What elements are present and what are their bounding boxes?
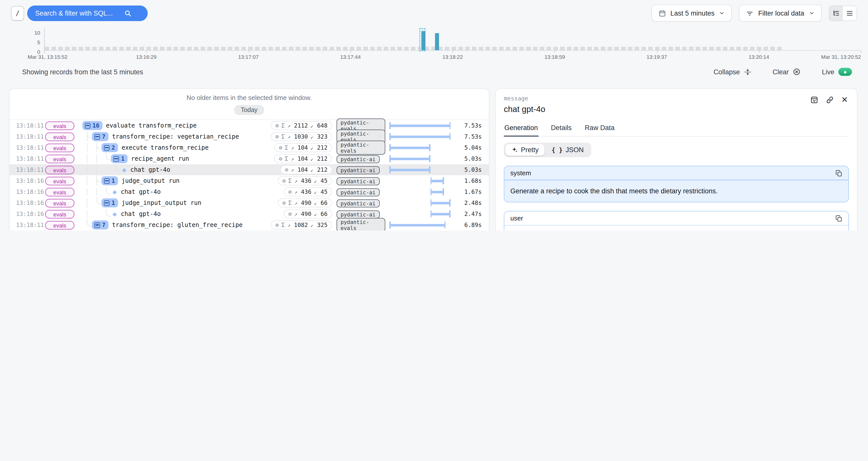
input-tokens-arrow-icon: ↗ bbox=[287, 133, 290, 140]
trace-row[interactable]: 13:18:11evals7transform_recipe: gluten_f… bbox=[9, 219, 489, 230]
token-coin-icon: ⊘ bbox=[279, 144, 282, 151]
slash-shortcut-key[interactable]: / bbox=[11, 6, 24, 20]
sdk-badge: pydantic-ai bbox=[337, 188, 379, 196]
histogram-bar[interactable] bbox=[422, 31, 426, 51]
evals-badge[interactable]: evals bbox=[45, 177, 74, 186]
live-toggle[interactable]: Live ◆ bbox=[819, 67, 855, 76]
tab-generation[interactable]: Generation bbox=[504, 124, 538, 136]
trace-row[interactable]: 13:18:16evals◆chat gpt-4o⊘↗ 436↙ 45pydan… bbox=[9, 186, 489, 197]
trace-row[interactable]: 13:18:11evals16evaluate transform_recipe… bbox=[9, 120, 489, 131]
braces-icon: { } bbox=[552, 146, 563, 153]
x-axis-tick-label: 13:17:07 bbox=[238, 54, 259, 60]
x-axis-tick-label: 13:16:29 bbox=[136, 54, 157, 60]
span-duration-bar bbox=[389, 144, 451, 151]
evals-badge[interactable]: evals bbox=[45, 199, 74, 208]
x-axis-tick-label: Mar 31, 13:20:52 bbox=[821, 54, 861, 60]
trace-row[interactable]: 13:18:16evals1judge_output run⊘Σ↗ 436↙ 4… bbox=[9, 175, 489, 186]
token-usage-chip: ⊘Σ↗ 104↙ 212 bbox=[274, 143, 332, 152]
copy-icon[interactable] bbox=[835, 170, 842, 177]
clear-button[interactable]: Clear bbox=[770, 67, 804, 76]
evals-badge[interactable]: evals bbox=[45, 155, 74, 163]
evals-badge[interactable]: evals bbox=[45, 166, 74, 175]
row-timestamp: 13:18:16 bbox=[16, 199, 45, 206]
x-axis-tick bbox=[351, 50, 351, 53]
token-coin-icon: ⊘ bbox=[275, 122, 279, 129]
trace-row[interactable]: 13:18:16evals1judge_input_output run⊘Σ↗ … bbox=[9, 197, 489, 208]
close-panel-icon[interactable]: ✕ bbox=[841, 96, 848, 104]
output-tokens-arrow-icon: ↙ bbox=[314, 189, 317, 195]
top-bar: / Search & filter with SQL... Last 5 min… bbox=[0, 0, 868, 26]
duration-label: 5.04s bbox=[451, 144, 489, 151]
tree-guide bbox=[101, 210, 111, 217]
sigma-sum-icon: Σ bbox=[285, 155, 288, 162]
output-tokens-arrow-icon: ↙ bbox=[310, 123, 314, 128]
evals-badge[interactable]: evals bbox=[45, 122, 74, 130]
tree-view-button[interactable] bbox=[829, 6, 843, 20]
child-count: 2 bbox=[112, 144, 115, 151]
tree-cell: ◆chat gpt-4o bbox=[82, 210, 252, 217]
dock-panel-icon[interactable] bbox=[810, 96, 818, 104]
x-axis-tick bbox=[44, 50, 45, 53]
duration-label: 2.47s bbox=[451, 210, 489, 217]
tree-guide bbox=[82, 176, 92, 185]
collapse-toggle-chip[interactable]: 1 bbox=[101, 198, 118, 207]
tab-details[interactable]: Details bbox=[551, 124, 572, 136]
evals-badge[interactable]: evals bbox=[45, 188, 74, 196]
sigma-sum-icon: Σ bbox=[285, 144, 288, 151]
duration-label: 5.03s bbox=[451, 166, 489, 173]
copy-link-icon[interactable] bbox=[826, 96, 834, 104]
live-toggle-pill: ◆ bbox=[838, 68, 852, 76]
copy-icon[interactable] bbox=[835, 215, 842, 222]
x-axis-tick bbox=[657, 50, 657, 53]
trace-row[interactable]: 13:18:11evals7transform_recipe: vegetari… bbox=[9, 131, 489, 142]
trace-row[interactable]: 13:18:11evals1recipe_agent run⊘Σ↗ 104↙ 2… bbox=[9, 153, 489, 164]
collapse-toggle-chip[interactable]: 7 bbox=[92, 132, 108, 141]
tree-cell: 16evaluate transform_recipe bbox=[82, 121, 252, 130]
format-toggle: Pretty { } JSON bbox=[504, 143, 591, 157]
time-range-dropdown[interactable]: Last 5 minutes bbox=[651, 4, 732, 22]
list-view-button[interactable] bbox=[843, 6, 857, 20]
tree-guide bbox=[82, 210, 92, 217]
detail-panel: message chat gpt-4o ✕ GenerationDetailsR… bbox=[495, 88, 858, 230]
span-duration-bar bbox=[389, 122, 451, 129]
collapse-square-icon bbox=[104, 145, 110, 150]
sdk-badge: pydantic-ai bbox=[337, 166, 379, 174]
tree-guide bbox=[92, 198, 101, 207]
time-range-label: Last 5 minutes bbox=[670, 9, 715, 17]
collapse-toggle-chip[interactable]: 2 bbox=[101, 143, 118, 152]
row-timestamp: 13:18:11 bbox=[16, 133, 45, 140]
output-tokens-arrow-icon: ↙ bbox=[310, 156, 314, 162]
sigma-sum-icon: Σ bbox=[288, 199, 292, 206]
token-coin-icon: ⊘ bbox=[288, 210, 292, 217]
collapse-icon bbox=[744, 68, 751, 75]
activity-histogram[interactable]: 0510 Mar 31, 13:15:5213:16:2913:17:0713:… bbox=[0, 26, 868, 65]
span-duration-bar bbox=[389, 177, 451, 184]
collapse-toggle-chip[interactable]: 16 bbox=[82, 121, 102, 130]
tree-cell: 1judge_input_output run bbox=[82, 198, 252, 207]
search-button[interactable]: Search & filter with SQL... bbox=[27, 5, 148, 21]
trace-row[interactable]: 13:18:11evals◆chat gpt-4o⊘↗ 104↙ 212pyda… bbox=[9, 164, 489, 175]
json-toggle-button[interactable]: { } JSON bbox=[546, 144, 590, 156]
evals-badge[interactable]: evals bbox=[45, 133, 74, 141]
row-timestamp: 13:18:11 bbox=[16, 122, 45, 129]
evals-badge[interactable]: evals bbox=[45, 144, 74, 152]
collapse-toggle-chip[interactable]: 7 bbox=[92, 220, 108, 229]
token-usage-chip: ⊘Σ↗ 1030↙ 323 bbox=[271, 132, 332, 141]
input-tokens-arrow-icon: ↗ bbox=[294, 200, 298, 206]
histogram-bar[interactable] bbox=[435, 33, 439, 50]
pretty-toggle-button[interactable]: Pretty bbox=[505, 144, 545, 156]
tab-raw-data[interactable]: Raw Data bbox=[584, 124, 615, 136]
evals-badge[interactable]: evals bbox=[45, 210, 74, 219]
filter-local-data-dropdown[interactable]: Filter local data bbox=[739, 4, 822, 22]
collapse-button[interactable]: Collapse bbox=[711, 67, 754, 76]
tree-cell: 7transform_recipe: gluten_free_recipe bbox=[82, 220, 252, 229]
evals-badge[interactable]: evals bbox=[45, 221, 74, 230]
trace-row[interactable]: 13:18:11evals2execute transform_recipe⊘Σ… bbox=[9, 142, 489, 153]
system-role-label: system bbox=[510, 169, 531, 177]
collapse-toggle-chip[interactable]: 1 bbox=[101, 176, 118, 185]
today-pill[interactable]: Today bbox=[234, 105, 264, 115]
collapse-toggle-chip[interactable]: 1 bbox=[111, 154, 128, 163]
filter-lines-icon bbox=[746, 9, 754, 17]
trace-row[interactable]: 13:18:16evals◆chat gpt-4o⊘↗ 490↙ 66pydan… bbox=[9, 208, 489, 219]
tree-guide bbox=[82, 132, 92, 141]
